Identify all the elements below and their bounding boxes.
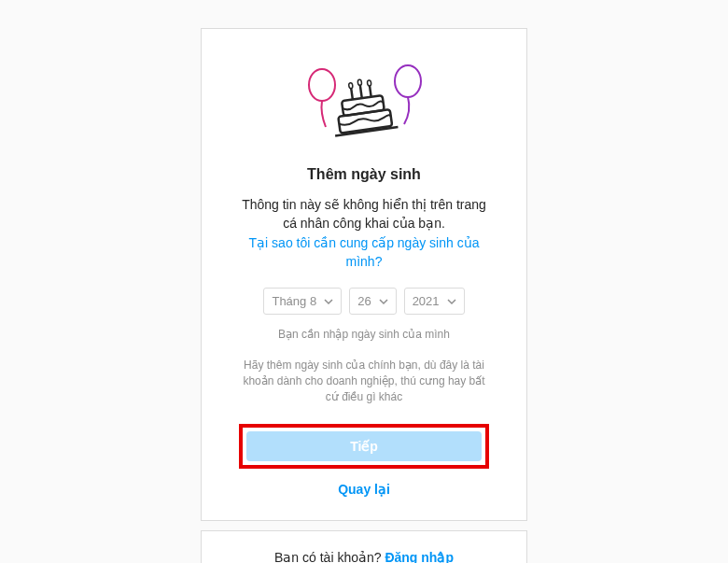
back-link[interactable]: Quay lại: [338, 482, 390, 497]
svg-point-9: [367, 80, 371, 86]
chevron-down-icon: [324, 297, 333, 306]
year-value: 2021: [413, 294, 440, 308]
highlight-box: Tiếp: [239, 424, 489, 469]
day-select[interactable]: 26: [349, 288, 396, 315]
month-select[interactable]: Tháng 8: [263, 288, 342, 315]
chevron-down-icon: [379, 297, 388, 306]
svg-rect-3: [342, 95, 385, 116]
birthday-illustration: [239, 57, 489, 153]
login-card: Bạn có tài khoản? Đăng nhập: [201, 530, 527, 563]
chevron-down-icon: [447, 297, 456, 306]
login-prompt: Bạn có tài khoản?: [274, 550, 385, 563]
login-link[interactable]: Đăng nhập: [385, 550, 454, 563]
svg-line-6: [370, 86, 371, 97]
svg-line-5: [360, 85, 362, 98]
why-birthday-link[interactable]: Tại sao tôi cần cung cấp ngày sinh của m…: [239, 234, 489, 271]
year-select[interactable]: 2021: [404, 288, 465, 315]
svg-point-0: [309, 69, 335, 101]
svg-line-4: [351, 89, 353, 100]
month-value: Tháng 8: [272, 294, 316, 308]
date-selects: Tháng 8 26 2021: [239, 288, 489, 315]
svg-point-8: [357, 79, 362, 85]
next-button[interactable]: Tiếp: [246, 431, 482, 461]
svg-point-7: [348, 82, 353, 88]
page-title: Thêm ngày sinh: [239, 166, 489, 183]
birthday-note: Hãy thêm ngày sinh của chính bạn, dù đây…: [239, 358, 489, 404]
svg-point-1: [395, 65, 421, 97]
birthday-hint: Bạn cần nhập ngày sinh của mình: [239, 328, 489, 341]
description: Thông tin này sẽ không hiển thị trên tra…: [239, 196, 489, 232]
day-value: 26: [357, 294, 371, 308]
birthday-card: Thêm ngày sinh Thông tin này sẽ không hi…: [201, 28, 527, 521]
svg-line-10: [335, 127, 398, 135]
